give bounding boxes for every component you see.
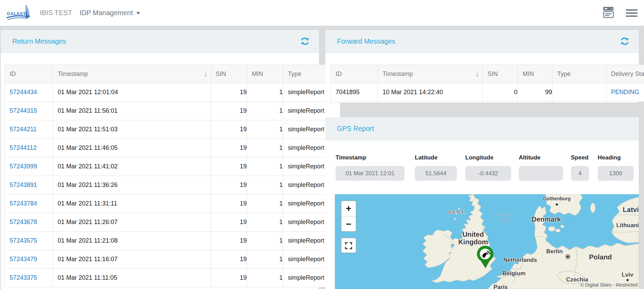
gps-field-label: Longitude [465, 154, 511, 161]
map-label-lviv: Lviv [622, 272, 633, 278]
column-header-timestamp[interactable]: Timestamp↓ [53, 65, 211, 83]
zoom-out-button[interactable]: − [341, 216, 356, 232]
gps-map[interactable]: GothenburgSCOT.North SeaDenmarkLatviaLit… [335, 194, 639, 289]
cell-min: 1 [247, 232, 283, 250]
return-message-id-link[interactable]: 57243575 [10, 237, 37, 244]
gps-field-value: 1300 [598, 166, 634, 181]
gps-field-longitude: Longitude-0.4432 [465, 154, 511, 181]
map-attribution: © Digital Skies - Restricted [580, 282, 637, 288]
column-header-timestamp[interactable]: Timestamp↓ [378, 65, 483, 83]
cell-timestamp: 01 Mar 2021 11:41:02 [53, 157, 211, 176]
column-header-min[interactable]: MIN [518, 65, 552, 83]
return-message-row: 5724337501 Mar 2021 11:11:05191simpleRep… [5, 269, 340, 287]
return-message-row: 5724357501 Mar 2021 11:21:08191simpleRep… [5, 232, 340, 250]
top-navbar: GALAXY IBIS TEST IDP Management [0, 0, 644, 26]
terminals-icon[interactable] [601, 6, 616, 20]
map-city-dot [627, 279, 629, 281]
gps-field-value: -0.4432 [465, 166, 511, 181]
cell-sin: 19 [211, 213, 247, 232]
map-label-united-kingdom: United Kingdom [458, 231, 488, 246]
column-header-min[interactable]: MIN [247, 65, 283, 83]
column-header-delivery-status[interactable]: Delivery Status [606, 65, 644, 83]
column-header-sin[interactable]: SIN [483, 65, 518, 83]
map-label-gothenburg: Gothenburg [543, 196, 571, 201]
return-messages-table: IDTimestamp↓SINMINType 5724443401 Mar 20… [4, 65, 340, 287]
cell-sin: 19 [211, 269, 247, 287]
return-message-row: 5724411201 Mar 2021 11:46:05191simpleRep… [5, 139, 340, 157]
cell-timestamp: 01 Mar 2021 11:36:26 [53, 176, 211, 194]
cell-delivery-status: PENDING [606, 83, 644, 102]
cell-timestamp: 01 Mar 2021 11:46:05 [53, 139, 211, 157]
satellite-pin-icon[interactable] [476, 245, 495, 268]
zoom-in-button[interactable]: + [341, 201, 356, 216]
cell-sin: 19 [211, 250, 247, 269]
forward-message-row: 704189510 Mar 2021 14:22:40099PENDING [331, 83, 644, 102]
column-header-sin[interactable]: SIN [211, 65, 247, 83]
return-message-id-link[interactable]: 57244112 [10, 144, 37, 151]
return-messages-title: Return Messages [12, 30, 66, 53]
cell-id: 57244315 [5, 102, 53, 120]
return-message-id-link[interactable]: 57243891 [10, 181, 37, 188]
return-message-row: 5724367801 Mar 2021 11:26:07191simpleRep… [5, 213, 340, 232]
map-label-poland: Poland [589, 253, 612, 261]
map-label-belgium: Belgium [502, 270, 525, 277]
return-message-row: 5724431501 Mar 2021 11:56:01191simpleRep… [5, 102, 340, 120]
refresh-icon[interactable] [620, 37, 630, 46]
gps-report-title: GPS Report [337, 117, 374, 140]
cell-sin: 19 [211, 194, 247, 213]
gps-field-value [519, 166, 563, 181]
sort-desc-icon: ↓ [204, 70, 207, 78]
sort-desc-icon: ↓ [476, 70, 479, 78]
return-messages-panel: Return Messages IDTimestamp↓SINMINType 5… [1, 30, 319, 289]
cell-id: 57244112 [5, 139, 53, 157]
cell-id: 57244434 [5, 83, 53, 102]
map-city-dot [566, 255, 570, 258]
cell-sin: 19 [211, 102, 247, 120]
return-message-id-link[interactable]: 57243479 [10, 256, 37, 263]
gps-field-value: 51.5644 [415, 166, 457, 181]
map-label-lithuania: Lithuania [616, 222, 639, 229]
forward-messages-header: Forward Messages [325, 30, 639, 53]
return-message-id-link[interactable]: 57243678 [10, 219, 37, 225]
cell-id: 57243999 [5, 157, 53, 176]
gps-report-panel: GPS Report Timestamp01 Mar 2021 12:01Lat… [325, 117, 639, 289]
return-message-id-link[interactable]: 57243999 [10, 163, 37, 170]
return-message-id-link[interactable]: 57243375 [10, 274, 37, 281]
cell-min: 1 [247, 157, 283, 176]
cell-min: 1 [247, 120, 283, 139]
forward-messages-table: IDTimestamp↓SINMINTypeDelivery Status 70… [330, 65, 644, 102]
return-table-header-row: IDTimestamp↓SINMINType [5, 65, 340, 83]
map-label-scotland: SCOT. [448, 210, 466, 215]
return-message-id-link[interactable]: 57243784 [10, 200, 37, 207]
delivery-status-link[interactable]: PENDING [611, 89, 639, 96]
refresh-icon[interactable] [300, 37, 310, 46]
map-city-dot [556, 203, 558, 205]
cell-min: 1 [247, 250, 283, 269]
gps-field-value: 4 [571, 166, 589, 181]
forward-messages-panel: Forward Messages IDTimestamp↓SINMINTypeD… [325, 30, 639, 103]
cell-timestamp: 01 Mar 2021 11:51:03 [53, 120, 211, 139]
hamburger-menu-icon[interactable] [626, 6, 641, 20]
cell-timestamp: 01 Mar 2021 11:21:08 [53, 232, 211, 250]
cell-id: 57244211 [5, 120, 53, 139]
gps-field-altitude: Altitude [519, 154, 563, 181]
return-message-id-link[interactable]: 57244434 [10, 89, 37, 96]
return-table-body: 5724443401 Mar 2021 12:01:04191simpleRep… [5, 83, 340, 287]
return-message-row: 5724421101 Mar 2021 11:51:03191simpleRep… [5, 120, 340, 139]
column-header-id[interactable]: ID [331, 65, 378, 83]
map-label-netherlands: Netherlands [503, 257, 537, 264]
fullscreen-button[interactable] [341, 237, 356, 253]
map-zoom-control: + − [341, 200, 356, 232]
forward-table-body: 704189510 Mar 2021 14:22:40099PENDING [331, 83, 644, 102]
column-header-id[interactable]: ID [5, 65, 53, 83]
gps-report-header: GPS Report [325, 117, 639, 140]
return-message-id-link[interactable]: 57244315 [10, 107, 37, 114]
return-messages-header: Return Messages [1, 30, 319, 53]
return-message-row: 5724389101 Mar 2021 11:36:26191simpleRep… [5, 176, 340, 194]
idp-management-menu[interactable]: IDP Management [80, 0, 140, 26]
map-label-paris: Paris [493, 284, 508, 289]
column-header-type[interactable]: Type [552, 65, 606, 83]
cell-min: 1 [247, 213, 283, 232]
cell-id: 7041895 [331, 83, 378, 102]
return-message-id-link[interactable]: 57244211 [10, 126, 37, 133]
